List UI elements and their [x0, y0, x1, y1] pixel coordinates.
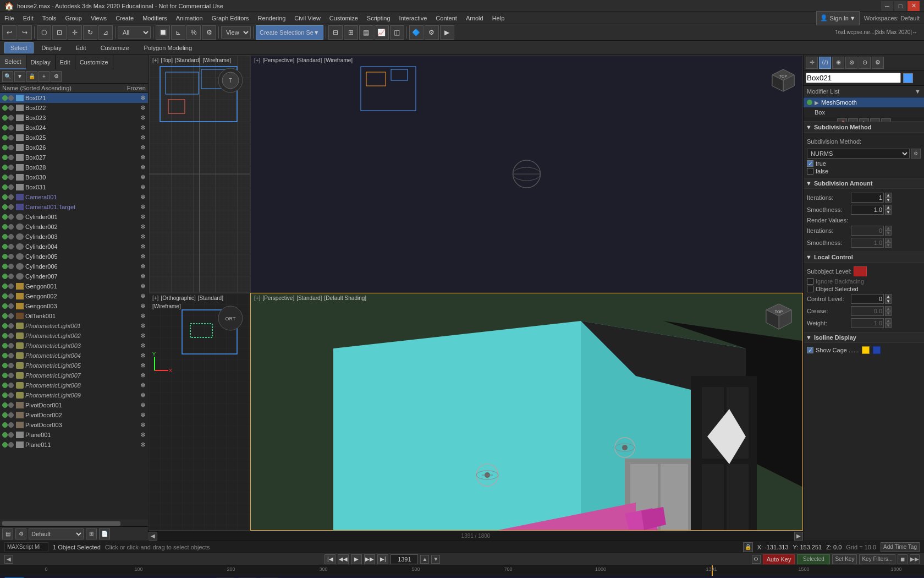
list-item[interactable]: Cylinder004❄ [0, 242, 148, 252]
list-item[interactable]: Box028❄ [0, 162, 148, 172]
material-editor-button[interactable]: 🔷 [409, 25, 424, 40]
modifier-box[interactable]: Box [804, 107, 924, 117]
schematic-view-button[interactable]: ◫ [390, 25, 404, 40]
layer-extra2-button[interactable]: 📄 [99, 528, 110, 539]
curve-editor-button[interactable]: 📈 [375, 25, 389, 40]
mirror-button[interactable]: ⊟ [328, 25, 343, 40]
frame-step-up[interactable]: ▲ [420, 555, 429, 564]
filter-dropdown[interactable]: All [118, 26, 151, 39]
cp-hierarchy-button[interactable]: ⊕ [832, 57, 844, 69]
list-item[interactable]: Box024❄ [0, 123, 148, 133]
subdivision-amount-section[interactable]: ▼ Subdivision Amount [804, 178, 924, 189]
scene-scrollbar-h[interactable] [0, 520, 148, 526]
sign-in-button[interactable]: 👤 Sign In ▼ [816, 11, 860, 25]
anim-options-button[interactable]: ▶▶ [910, 554, 920, 564]
key-mode-button[interactable]: ◼ [898, 554, 908, 564]
list-item[interactable]: PhotometricLight005❄ [0, 361, 148, 370]
crease-up-button[interactable]: ▲ [885, 306, 892, 311]
angle-snap-button[interactable]: ⊾ [171, 25, 185, 40]
vp-next-button[interactable]: ▶ [794, 532, 803, 541]
menu-modifiers[interactable]: Modifiers [138, 12, 172, 24]
timeline[interactable]: 0 100 200 300 500 700 1000 1391 1500 180… [0, 565, 924, 576]
object-selected-checkbox[interactable] [807, 286, 813, 292]
menu-create[interactable]: Create [111, 12, 138, 24]
anim-play-button[interactable]: ▶ [351, 554, 362, 564]
move-button[interactable]: ✛ [68, 25, 82, 40]
select-object-button[interactable]: ⬡ [37, 25, 51, 40]
crease-down-button[interactable]: ▼ [885, 311, 892, 316]
method-settings-button[interactable]: ⚙ [911, 149, 921, 159]
viewport-perspective-shaded[interactable]: [+] [Perspective] [Standard] [Default Sh… [250, 293, 803, 531]
vp-prev-button[interactable]: ◀ [148, 532, 157, 541]
viewport-perspective-wireframe[interactable]: [+] [Perspective] [Standard] [Wireframe] [250, 55, 803, 293]
control-level-down-button[interactable]: ▼ [885, 299, 892, 304]
undo-button[interactable]: ↩ [2, 25, 16, 40]
list-item[interactable]: PivotDoor002❄ [0, 410, 148, 420]
scene-tab-display[interactable]: Display [26, 55, 56, 69]
viewport-top[interactable]: [+] [Top] [Standard] [Wireframe] [148, 55, 250, 293]
subdivision-method-section[interactable]: ▼ Subdivision Method [804, 122, 924, 133]
list-item[interactable]: Plane001❄ [0, 430, 148, 440]
list-item[interactable]: PivotDoor001❄ [0, 400, 148, 410]
menu-scripting[interactable]: Scripting [362, 12, 395, 24]
select-region-button[interactable]: ⊡ [52, 25, 67, 40]
show-cage-checkbox[interactable]: ✓ [807, 347, 813, 353]
cp-motion-button[interactable]: ⊗ [845, 57, 857, 69]
scene-tab-select[interactable]: Select [0, 55, 26, 69]
layer-extra-button[interactable]: ⊞ [86, 528, 97, 539]
list-item[interactable]: PhotometricLight007❄ [0, 370, 148, 380]
list-item[interactable]: Box025❄ [0, 133, 148, 143]
control-level-up-button[interactable]: ▲ [885, 294, 892, 299]
maximize-button[interactable]: □ [894, 1, 906, 11]
menu-graph-editors[interactable]: Graph Editors [207, 12, 254, 24]
list-item[interactable]: Gengon002❄ [0, 291, 148, 301]
menu-arnold[interactable]: Arnold [461, 12, 488, 24]
anim-go-end-button[interactable]: ▶| [377, 554, 388, 564]
old-style-mapping-checkbox[interactable] [807, 168, 813, 175]
list-item[interactable]: Box026❄ [0, 143, 148, 152]
anim-go-start-button[interactable]: |◀ [324, 554, 336, 564]
menu-content[interactable]: Content [431, 12, 461, 24]
tab-customize[interactable]: Customize [95, 42, 135, 53]
cp-create-button[interactable]: ✛ [806, 57, 818, 69]
list-item[interactable]: Camera001❄ [0, 192, 148, 202]
render-smoothness-up-button[interactable]: ▲ [885, 238, 892, 243]
object-name-input[interactable] [806, 73, 901, 83]
lock-button[interactable]: 🔒 [743, 542, 753, 552]
align-button[interactable]: ⊞ [344, 25, 358, 40]
anim-next-frame-button[interactable]: ▶▶ [364, 554, 375, 564]
scene-settings-button[interactable]: ⚙ [51, 71, 62, 82]
scene-list[interactable]: Box021❄ Box022❄ Box023❄ Box024❄ Box025❄ [0, 93, 148, 520]
layer-icon-button[interactable]: ▤ [2, 528, 13, 539]
menu-edit[interactable]: Edit [19, 12, 38, 24]
list-item[interactable]: Box030❄ [0, 172, 148, 182]
modifier-meshshmooth[interactable]: ▶ MeshSmooth [804, 97, 924, 107]
isoline-display-section[interactable]: ▼ Isoline Display [804, 332, 924, 343]
menu-views[interactable]: Views [86, 12, 111, 24]
set-key-button[interactable]: Set Key [832, 554, 857, 564]
menu-interactive[interactable]: Interactive [395, 12, 432, 24]
spinner-snap-button[interactable]: ⚙ [202, 25, 216, 40]
tab-display[interactable]: Display [36, 42, 68, 53]
object-color-swatch[interactable] [903, 73, 913, 83]
scene-tab-edit[interactable]: Edit [56, 55, 75, 69]
control-level-input[interactable] [851, 294, 884, 304]
subdivision-method-dropdown[interactable]: NURMS [807, 149, 910, 159]
list-item[interactable]: Cylinder001❄ [0, 212, 148, 222]
render-smoothness-input[interactable] [851, 238, 884, 248]
menu-animation[interactable]: Animation [172, 12, 207, 24]
weight-up-button[interactable]: ▲ [885, 318, 892, 323]
list-item[interactable]: Box021❄ [0, 93, 148, 103]
frame-input[interactable] [391, 554, 418, 564]
list-item[interactable]: Cylinder005❄ [0, 252, 148, 261]
tab-edit[interactable]: Edit [70, 42, 92, 53]
auto-key-button[interactable]: Auto Key [763, 554, 795, 564]
ignore-backfacing-checkbox[interactable] [807, 278, 813, 285]
list-item[interactable]: Cylinder006❄ [0, 261, 148, 271]
list-item[interactable]: PhotometricLight009❄ [0, 390, 148, 400]
list-item[interactable]: PhotometricLight004❄ [0, 351, 148, 361]
scale-button[interactable]: ⊿ [98, 25, 113, 40]
list-item[interactable]: Box027❄ [0, 152, 148, 162]
menu-help[interactable]: Help [488, 12, 509, 24]
render-button[interactable]: ▶ [440, 25, 454, 40]
